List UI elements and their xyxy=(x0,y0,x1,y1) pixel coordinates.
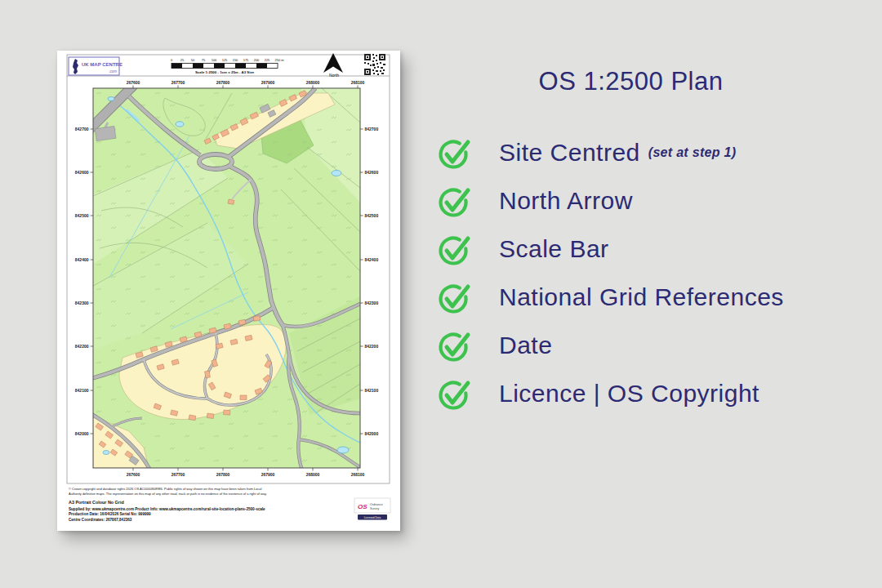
checklist-label: Scale Bar xyxy=(499,235,609,263)
scale-tick: 0 xyxy=(171,58,173,62)
grid-label: 267800 xyxy=(216,80,230,85)
grid-label: 267600 xyxy=(127,80,140,85)
grid-label: 842300 xyxy=(365,301,379,305)
grid-label: 842600 xyxy=(75,170,89,175)
os-name-line2: Survey xyxy=(370,507,379,510)
map-sheet: UK MAP CENTRE .com 0 25 50 75 100 125 15… xyxy=(57,51,400,531)
grid-label: 268100 xyxy=(351,80,365,85)
grid-label: 268000 xyxy=(306,472,320,477)
map-canvas xyxy=(88,85,360,470)
checklist-item-licence-copyright: Licence | OS Copyright xyxy=(437,376,862,412)
checklist-label: Date xyxy=(499,332,552,359)
grid-label: 267600 xyxy=(127,472,140,477)
scale-tick: 125 xyxy=(222,58,228,62)
checklist-label: Site Centred xyxy=(499,139,640,167)
grid-label: 842400 xyxy=(365,257,379,262)
feature-checklist: Site Centred (set at step 1) North Arrow… xyxy=(437,135,862,424)
grid-label: 842700 xyxy=(75,127,89,131)
grid-label: 268000 xyxy=(306,80,320,85)
scale-tick: 25 xyxy=(180,58,185,62)
os-name-line1: Ordnance xyxy=(370,503,383,506)
checklist-item-north-arrow: North Arrow xyxy=(437,183,862,219)
grid-label: 267700 xyxy=(172,80,185,85)
page-title: OS 1:2500 Plan xyxy=(425,67,837,96)
check-circle-icon xyxy=(437,231,473,267)
product-name: A3 Portrait Colour No Grid xyxy=(69,500,124,505)
grid-label: 842300 xyxy=(75,301,89,305)
grid-label: 267900 xyxy=(261,80,275,85)
grid-label: 842700 xyxy=(365,127,379,131)
checklist-item-site-centred: Site Centred (set at step 1) xyxy=(437,135,862,171)
scale-tick: 225 xyxy=(265,58,270,62)
production-date: Production Date: 16/04/2026 Serial No: 9… xyxy=(69,512,151,516)
scale-tick: 175 xyxy=(243,58,249,62)
grid-label: 842000 xyxy=(75,431,89,436)
centre-coordinates: Centre Coordinates: 267867,842363 xyxy=(69,518,132,522)
checklist-label: National Grid References xyxy=(499,283,784,311)
qr-code-icon xyxy=(364,54,385,75)
sheet-footer: © Crown copyright and database rights 20… xyxy=(69,487,390,522)
scale-tick: 50 xyxy=(191,58,195,62)
map-sheet-graphic: UK MAP CENTRE .com 0 25 50 75 100 125 15… xyxy=(57,51,400,531)
grid-label: 842600 xyxy=(365,170,379,175)
scale-tick: 200 xyxy=(254,58,260,62)
grid-label: 842500 xyxy=(365,213,379,218)
copyright-line: Authority definitive maps. The represent… xyxy=(69,492,267,496)
os-mark: OS xyxy=(358,503,368,510)
scale-tick: 150 xyxy=(233,58,238,62)
grid-label: 842000 xyxy=(365,431,379,436)
checklist-label: Licence | OS Copyright xyxy=(499,380,760,408)
grid-label: 268100 xyxy=(351,472,365,477)
north-arrow-label: North xyxy=(329,73,339,78)
ordnance-survey-logo: OS Ordnance Survey Licensed Data xyxy=(354,498,390,520)
checklist-label: North Arrow xyxy=(499,187,633,215)
checklist-item-scale-bar: Scale Bar xyxy=(437,231,862,267)
scale-tick: 250 m xyxy=(274,58,284,62)
checklist-item-grid-references: National Grid References xyxy=(437,279,862,315)
north-arrow: North xyxy=(323,53,343,78)
check-circle-icon xyxy=(437,279,473,315)
scale-caption: Scale 1:2500 - 1cm = 25m - A3 Size xyxy=(195,70,255,74)
ukmapcentre-logo: UK MAP CENTRE .com xyxy=(69,57,122,75)
grid-label: 842100 xyxy=(75,388,89,393)
scale-bar: 0 25 50 75 100 125 150 175 200 225 250 m… xyxy=(171,58,284,75)
check-circle-icon xyxy=(437,183,473,219)
logo-domain: .com xyxy=(109,69,117,74)
grid-label: 842500 xyxy=(75,213,89,218)
north-arrow-icon xyxy=(323,53,343,73)
grid-label: 842100 xyxy=(365,388,379,393)
checklist-note: (set at step 1) xyxy=(648,145,737,160)
copyright-line: © Crown copyright and database rights 20… xyxy=(69,487,262,491)
grid-label: 267800 xyxy=(216,472,230,477)
supplied-by: Supplied by: www.ukmapcentre.com Product… xyxy=(69,507,265,511)
grid-label: 267900 xyxy=(261,472,275,477)
os-licensed-bar: Licensed Data xyxy=(364,516,381,519)
scale-tick: 75 xyxy=(202,58,206,62)
grid-label: 842400 xyxy=(75,257,89,262)
check-circle-icon xyxy=(437,135,473,171)
scale-bar-segments xyxy=(172,64,278,69)
grid-label: 842200 xyxy=(75,344,89,349)
checklist-item-date: Date xyxy=(437,327,862,363)
grid-label: 267700 xyxy=(172,472,185,477)
logo-text: UK MAP CENTRE xyxy=(82,62,122,67)
scale-tick: 100 xyxy=(212,58,217,62)
check-circle-icon xyxy=(437,327,473,363)
check-circle-icon xyxy=(437,376,473,412)
grid-label: 842200 xyxy=(365,344,379,349)
